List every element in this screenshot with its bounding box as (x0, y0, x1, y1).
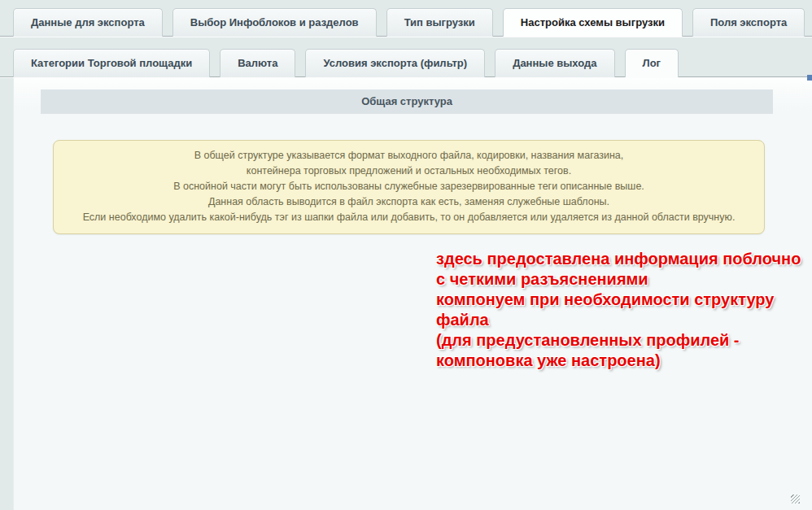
tab-usloviya-eksporta-filtr[interactable]: Условия экспорта (фильтр) (305, 49, 485, 77)
info-box-line: контейнера торговых предложений и осталь… (68, 163, 749, 179)
tab-tip-vygruzki[interactable]: Тип выгрузки (386, 8, 493, 37)
tab-polya-eksporta[interactable]: Поля экспорта (692, 8, 805, 37)
info-box: В общей структуре указывается формат вых… (53, 140, 765, 234)
section-header-title: Общая структура (41, 89, 773, 114)
content-panel: Общая структура В общей структуре указыв… (13, 78, 812, 510)
clipped-scrollbar-fragment (807, 75, 812, 81)
tab-log[interactable]: Лог (625, 49, 679, 77)
info-box-line: Если необходимо удалить какой-нибудь тэг… (68, 210, 749, 225)
info-box-line: Данная область выводится в файл экспорта… (68, 194, 749, 210)
tab-vybor-infoblokov[interactable]: Выбор Инфоблоков и разделов (172, 8, 377, 37)
info-box-line: В общей структуре указывается формат вых… (68, 148, 749, 163)
secondary-tab-bar: Категории Торговой площадки Валюта Услов… (13, 49, 679, 77)
primary-tab-bar: Данные для экспорта Выбор Инфоблоков и р… (13, 8, 805, 37)
info-box-line: В оснойной части могут быть использованы… (68, 179, 749, 194)
tab-dannye-dlya-eksporta[interactable]: Данные для экспорта (13, 8, 163, 37)
tab-nastroyka-skhemy-vygruzki[interactable]: Настройка схемы выгрузки (503, 8, 683, 37)
tab-kategorii-torgovoy-ploshchadki[interactable]: Категории Торговой площадки (13, 49, 210, 77)
textarea-resize-handle[interactable] (791, 495, 800, 503)
tab-valyuta[interactable]: Валюта (220, 49, 295, 77)
tab-dannye-vykhoda[interactable]: Данные выхода (495, 49, 614, 77)
